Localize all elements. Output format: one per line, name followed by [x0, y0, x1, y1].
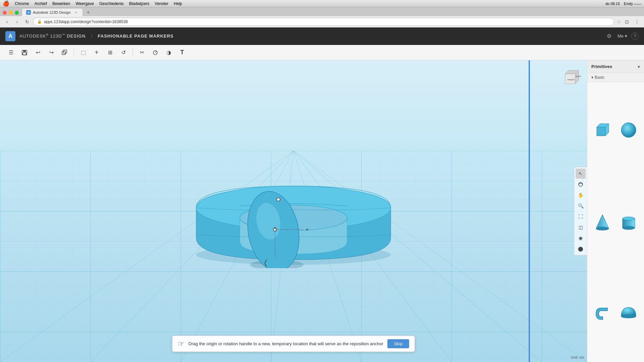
- svg-rect-4: [63, 50, 67, 53]
- unit-display: Unit: cm: [571, 355, 584, 359]
- fit-tool-btn[interactable]: ⛶: [576, 212, 586, 222]
- back-btn[interactable]: ‹: [3, 17, 11, 26]
- eye-tool-btn[interactable]: ◉: [576, 233, 586, 243]
- shape-item-box[interactable]: [590, 85, 615, 175]
- svg-rect-3: [62, 51, 65, 55]
- app-title: AUTODESK® 123D™ DESIGN: [19, 33, 86, 39]
- sidebar-expand-icon[interactable]: ▾: [638, 64, 640, 69]
- minimize-window-btn[interactable]: [9, 11, 13, 15]
- app-container: A AUTODESK® 123D™ DESIGN \ FASHIONABLE P…: [0, 27, 644, 362]
- svg-point-43: [621, 123, 636, 137]
- menu-btn[interactable]: ☰: [5, 47, 17, 58]
- viewport[interactable]: FRONT RIGHT ↖ ✋ 🔍 ⛶ ◫ ◉ ⬤ ☞: [0, 60, 587, 362]
- app-logo: A: [5, 31, 15, 41]
- main-content: FRONT RIGHT ↖ ✋ 🔍 ⛶ ◫ ◉ ⬤ ☞: [0, 60, 644, 362]
- refresh-nav-btn[interactable]: ↻: [23, 17, 32, 26]
- hemisphere-shape-icon: [619, 304, 639, 324]
- extensions-btn[interactable]: ⋮: [633, 17, 641, 26]
- maximize-window-btn[interactable]: [15, 11, 19, 15]
- menu-venster[interactable]: Venster: [155, 1, 168, 6]
- browser-tab[interactable]: A Autodesk 123D Design ×: [22, 9, 83, 16]
- menu-bladwijzers[interactable]: Bladwijzers: [129, 1, 150, 6]
- box-shape-icon: [592, 120, 612, 140]
- toolbar-divider-2: [132, 49, 133, 57]
- svg-rect-2: [23, 53, 26, 55]
- scissors-btn[interactable]: ✂: [136, 47, 148, 58]
- toolbar-divider-1: [74, 49, 74, 57]
- torus-shape-icon: [592, 304, 612, 324]
- shape-item-torus[interactable]: [590, 269, 615, 359]
- bookmark-star-icon[interactable]: ☆: [617, 19, 621, 24]
- 3d-shape-container: [176, 151, 411, 251]
- clone-btn[interactable]: [59, 47, 70, 58]
- cube-nav[interactable]: FRONT RIGHT: [560, 67, 580, 87]
- nav-bar: ‹ › ↻ 🔒 apps.123dapp.com/design?contenti…: [0, 16, 644, 27]
- combine-btn[interactable]: ◑: [163, 47, 174, 58]
- gear-icon[interactable]: ⚙: [605, 32, 613, 41]
- help-btn[interactable]: ?: [631, 33, 639, 40]
- toolbar: ☰ ↩ ↪ ⬚ + ⊞ ↺ ✂ ◑ T: [0, 45, 644, 60]
- text-btn[interactable]: T: [176, 47, 188, 58]
- zoom-tool-btn[interactable]: 🔍: [576, 201, 586, 211]
- apple-menu[interactable]: 🍎: [3, 0, 9, 7]
- menu-weergave[interactable]: Weergave: [75, 1, 94, 6]
- mac-menu-right: do 08.15 Emily ——: [605, 2, 641, 6]
- basic-section-label: Basic: [595, 75, 604, 80]
- shape-item-cylinder[interactable]: [616, 177, 642, 267]
- tab-bar: A Autodesk 123D Design × +: [0, 7, 644, 16]
- shape-item-hemisphere[interactable]: [616, 269, 642, 359]
- basic-collapse-icon: ▾: [591, 75, 593, 80]
- browser-chrome: A Autodesk 123D Design × + ‹ › ↻ 🔒 apps.…: [0, 7, 644, 27]
- pan-tool-btn[interactable]: ✋: [576, 190, 586, 200]
- paint-surface-tool-btn[interactable]: ⬤: [576, 244, 586, 254]
- close-window-btn[interactable]: [3, 11, 7, 15]
- user-menu[interactable]: Me ▾: [618, 34, 627, 39]
- menu-help[interactable]: Help: [174, 1, 182, 6]
- svg-point-47: [623, 226, 635, 230]
- shapes-grid: [587, 82, 644, 362]
- sidebar-header: Primitives ▾: [587, 60, 644, 73]
- paint-btn[interactable]: [150, 47, 161, 58]
- sync-btn[interactable]: ↺: [118, 47, 129, 58]
- svg-point-40: [579, 182, 583, 186]
- shape-item-sphere[interactable]: [616, 85, 642, 175]
- svg-rect-41: [597, 127, 605, 136]
- menu-archief[interactable]: Archief: [35, 1, 47, 6]
- save-btn[interactable]: [19, 47, 30, 58]
- svg-rect-1: [23, 50, 26, 52]
- cast-btn[interactable]: ⊡: [623, 17, 631, 26]
- transform-btn[interactable]: ⊞: [104, 47, 116, 58]
- tooltip-text: Drag the origin or rotation handle to a …: [189, 341, 383, 346]
- menu-bewerken[interactable]: Bewerken: [52, 1, 70, 6]
- tab-close-btn[interactable]: ×: [74, 10, 78, 15]
- svg-point-33: [277, 198, 280, 201]
- shape-item-cone[interactable]: [590, 177, 615, 267]
- skip-btn[interactable]: Skip: [387, 339, 409, 348]
- address-bar[interactable]: 🔒 apps.123dapp.com/design?contentid=1638…: [33, 18, 614, 26]
- cylinder-shape-icon: [619, 212, 639, 232]
- undo-btn[interactable]: ↩: [32, 47, 44, 58]
- right-sidebar: Primitives ▾ ▾ Basic: [587, 60, 644, 362]
- sidebar-basic-section-header[interactable]: ▾ Basic: [587, 73, 644, 82]
- sidebar-title: Primitives: [591, 64, 612, 69]
- orbit-tool-btn[interactable]: [576, 179, 586, 189]
- tooltip-bar: ☞ Drag the origin or rotation handle to …: [172, 336, 415, 352]
- select-box-btn[interactable]: ⬚: [77, 47, 89, 58]
- svg-point-44: [596, 227, 609, 230]
- app-header: A AUTODESK® 123D™ DESIGN \ FASHIONABLE P…: [0, 27, 644, 45]
- project-name: FASHIONABLE PAGE MARKERS: [98, 34, 174, 39]
- right-tool-panel: ↖ ✋ 🔍 ⛶ ◫ ◉ ⬤: [574, 167, 587, 255]
- svg-text:RIGHT: RIGHT: [576, 75, 581, 77]
- menu-geschiedenis[interactable]: Geschiedenis: [99, 1, 124, 6]
- forward-btn[interactable]: ›: [13, 17, 21, 26]
- menu-chrome[interactable]: Chrome: [15, 1, 29, 6]
- add-shape-btn[interactable]: +: [91, 47, 102, 58]
- url-text: apps.123dapp.com/design?contentid=163853…: [44, 19, 128, 24]
- svg-point-46: [623, 217, 635, 220]
- sphere-shape-icon: [619, 120, 639, 140]
- redo-btn[interactable]: ↪: [46, 47, 57, 58]
- select-tool-btn[interactable]: ↖: [576, 169, 586, 179]
- new-tab-btn[interactable]: +: [84, 9, 93, 16]
- cone-shape-icon: [592, 212, 612, 232]
- perspective-tool-btn[interactable]: ◫: [576, 222, 586, 232]
